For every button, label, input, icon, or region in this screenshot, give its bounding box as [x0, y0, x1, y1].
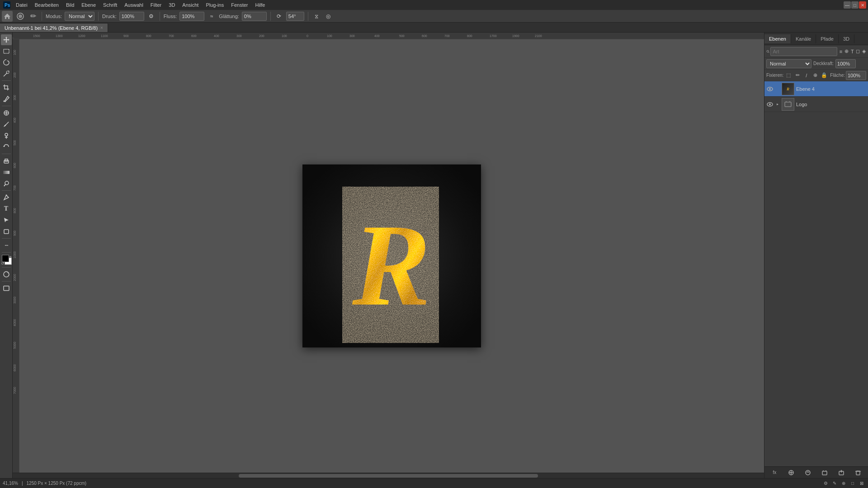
- menu-ebene[interactable]: Ebene: [78, 1, 99, 9]
- brush-preset-icon[interactable]: ✏: [28, 11, 38, 21]
- svg-text:600: 600: [422, 34, 427, 38]
- layer-item-logo[interactable]: Logo: [764, 97, 868, 112]
- flux-input[interactable]: [179, 12, 204, 21]
- dots-tool[interactable]: ···: [1, 240, 12, 251]
- opacity-input[interactable]: [835, 59, 856, 68]
- minimize-button[interactable]: —: [844, 1, 851, 9]
- brush-tool[interactable]: [1, 119, 12, 130]
- status-icon-1[interactable]: ⚙: [822, 480, 829, 487]
- status-icon-4[interactable]: □: [849, 480, 856, 487]
- menu-datei[interactable]: Datei: [13, 1, 31, 9]
- h-scrollbar[interactable]: [13, 473, 764, 478]
- maximize-button[interactable]: □: [851, 1, 859, 9]
- menu-fenster[interactable]: Fenster: [228, 1, 251, 9]
- foreground-color[interactable]: [2, 255, 9, 262]
- angle-input[interactable]: [286, 12, 304, 21]
- layers-adjust-icon[interactable]: ⊕: [844, 47, 849, 56]
- canvas-image[interactable]: R: [302, 164, 481, 347]
- layers-shape-icon[interactable]: ◻: [856, 47, 861, 56]
- eraser-tool[interactable]: [1, 155, 12, 166]
- magic-wand-tool[interactable]: [1, 68, 12, 79]
- canvas-area: R: [19, 39, 764, 473]
- flux-icon[interactable]: ≈: [207, 12, 216, 21]
- status-icon-2[interactable]: ✎: [831, 480, 838, 487]
- tab-bar: Unbenannt-1 bei 41,2% (Ebene 4, RGB/8) ×: [0, 23, 868, 33]
- lock-artboard-icon[interactable]: ⊕: [811, 71, 820, 80]
- svg-point-21: [5, 195, 7, 196]
- lock-pixels-icon[interactable]: /: [802, 71, 811, 80]
- new-adjustment-button[interactable]: [803, 468, 812, 477]
- layers-search-input[interactable]: [770, 47, 837, 56]
- lock-all-icon[interactable]: 🔒: [820, 71, 828, 80]
- layers-type-icon[interactable]: ≡: [838, 47, 843, 56]
- tab-kanaele[interactable]: Kanäle: [791, 34, 816, 43]
- clone-stamp-tool[interactable]: [1, 130, 12, 141]
- visibility-icon-ebene4[interactable]: [766, 85, 774, 93]
- shape-tool[interactable]: [1, 226, 12, 237]
- document-tab[interactable]: Unbenannt-1 bei 41,2% (Ebene 4, RGB/8) ×: [0, 23, 108, 32]
- pen-tool[interactable]: [1, 192, 12, 203]
- druck-input[interactable]: [119, 12, 144, 21]
- layers-smart-icon[interactable]: ◈: [861, 47, 866, 56]
- svg-rect-22: [4, 230, 9, 234]
- layers-text-icon[interactable]: T: [850, 47, 855, 56]
- pressure-icon[interactable]: ◎: [324, 12, 333, 21]
- menu-3d[interactable]: 3D: [165, 1, 178, 9]
- druck-settings-icon[interactable]: ⚙: [147, 12, 156, 21]
- status-icon-3[interactable]: ⊕: [840, 480, 847, 487]
- tab-3d[interactable]: 3D: [839, 34, 854, 43]
- screen-mode-icon[interactable]: [1, 283, 12, 294]
- expand-icon-logo[interactable]: [775, 102, 780, 107]
- layer-fx-button[interactable]: fx: [770, 468, 779, 477]
- heal-tool[interactable]: [1, 108, 12, 118]
- add-mask-button[interactable]: [787, 468, 796, 477]
- menu-schrift[interactable]: Schrift: [100, 1, 120, 9]
- menu-hilfe[interactable]: Hilfe: [252, 1, 268, 9]
- move-tool[interactable]: [1, 34, 12, 45]
- svg-line-69: [769, 52, 769, 53]
- menu-filter[interactable]: Filter: [147, 1, 165, 9]
- menu-auswahl[interactable]: Auswahl: [121, 1, 146, 9]
- tab-ebenen[interactable]: Ebenen: [764, 34, 791, 43]
- marquee-rect-tool[interactable]: [1, 46, 12, 56]
- new-group-button[interactable]: [820, 468, 829, 477]
- svg-rect-24: [4, 286, 9, 291]
- expand-icon-ebene4[interactable]: [775, 87, 780, 91]
- visibility-icon-logo[interactable]: [766, 101, 774, 108]
- home-button[interactable]: [2, 11, 13, 22]
- mode-select[interactable]: Normal: [65, 12, 94, 21]
- quick-mask-icon[interactable]: [1, 269, 12, 280]
- status-icon-5[interactable]: ⊠: [858, 480, 865, 487]
- blend-mode-select[interactable]: Normal Multiply Screen: [766, 59, 811, 68]
- dodge-tool[interactable]: [1, 178, 12, 189]
- crop-tool[interactable]: [1, 82, 12, 93]
- separator-2: [98, 12, 99, 21]
- menu-plugins[interactable]: Plug-ins: [203, 1, 227, 9]
- menu-bild[interactable]: Bild: [63, 1, 77, 9]
- lasso-tool[interactable]: [1, 57, 12, 68]
- new-layer-button[interactable]: [837, 468, 846, 477]
- history-brush-tool[interactable]: [1, 141, 12, 152]
- svg-point-14: [5, 133, 8, 136]
- text-tool[interactable]: T: [1, 203, 12, 214]
- glattung-input[interactable]: [242, 12, 267, 21]
- fixieren-label: Fixieren:: [766, 73, 783, 78]
- delete-layer-button[interactable]: [854, 468, 863, 477]
- tab-close-button[interactable]: ×: [100, 25, 103, 30]
- layer-item-ebene4[interactable]: R Ebene 4: [764, 81, 868, 97]
- menu-bearbeiten[interactable]: Bearbeiten: [32, 1, 62, 9]
- path-select-tool[interactable]: [1, 215, 12, 225]
- lock-draw-icon[interactable]: ✏: [793, 71, 802, 80]
- separator-3: [160, 12, 160, 21]
- menu-ansicht[interactable]: Ansicht: [179, 1, 202, 9]
- close-button[interactable]: ✕: [859, 1, 866, 9]
- flaeche-input[interactable]: [846, 71, 866, 80]
- symmetry-icon[interactable]: ⧖: [312, 12, 321, 21]
- tab-pfade[interactable]: Pfade: [816, 34, 839, 43]
- gradient-tool[interactable]: [1, 167, 12, 178]
- lock-pos-icon[interactable]: ⬚: [784, 71, 793, 80]
- brush-tool-icon[interactable]: [15, 11, 25, 21]
- angle-icon[interactable]: ⟳: [274, 12, 283, 21]
- mode-label: Modus:: [46, 14, 62, 19]
- eyedropper-tool[interactable]: [1, 94, 12, 104]
